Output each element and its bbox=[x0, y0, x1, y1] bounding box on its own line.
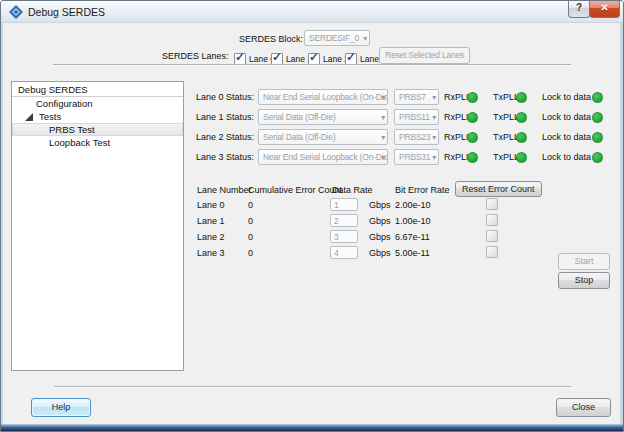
lane0-mode-value: Near End Serial Loopback (On-Die) bbox=[263, 92, 388, 102]
help-button[interactable]: Help bbox=[31, 398, 91, 417]
lane0-pattern-value: PRBS7 bbox=[399, 92, 426, 102]
data-rate-input[interactable] bbox=[330, 214, 358, 227]
table-row-lane2: Lane 2 0 Gbps 6.67e-11 bbox=[1, 229, 624, 245]
close-icon: ✕ bbox=[600, 2, 608, 13]
lane2-mode-select[interactable]: Serial Data (Off-Die)▾ bbox=[258, 129, 388, 145]
close-button[interactable]: Close bbox=[556, 398, 611, 417]
lane2-mode-value: Serial Data (Off-Die) bbox=[263, 132, 336, 142]
lane3-pattern-select[interactable]: PRBS31▾ bbox=[394, 149, 439, 165]
error-count-cell: 0 bbox=[248, 216, 253, 226]
lane1-mode-select[interactable]: Serial Data (Off-Die)▾ bbox=[258, 109, 388, 125]
caption-close-button[interactable]: ✕ bbox=[589, 0, 620, 18]
lane1-pattern-value: PRBS11 bbox=[399, 112, 430, 122]
gbps-label: Gbps bbox=[369, 248, 391, 258]
col-bit-error-rate: Bit Error Rate bbox=[395, 185, 450, 195]
data-rate-input[interactable] bbox=[330, 246, 358, 259]
chevron-down-icon: ▾ bbox=[432, 112, 436, 123]
stop-button[interactable]: Stop bbox=[558, 272, 610, 289]
lane1-pattern-select[interactable]: PRBS11▾ bbox=[394, 109, 439, 125]
lock-to-data-label: Lock to data bbox=[542, 92, 591, 102]
chevron-down-icon: ▾ bbox=[432, 92, 436, 103]
data-rate-input[interactable] bbox=[330, 230, 358, 243]
lane3-status-label: Lane 3 Status: bbox=[196, 152, 254, 162]
window-title: Debug SERDES bbox=[28, 6, 105, 18]
check-icon: ✓ bbox=[235, 50, 245, 64]
lock-to-data-label: Lock to data bbox=[542, 152, 591, 162]
window-left-border bbox=[1, 23, 3, 431]
serdes-block-select[interactable]: SERDESIF_0 ▾ bbox=[304, 30, 370, 46]
debug-serdes-dialog: Debug SERDES ? ✕ SERDES Block: SERDESIF_… bbox=[0, 0, 624, 432]
lane2-error-checkbox[interactable] bbox=[486, 230, 498, 242]
lane3-error-checkbox[interactable] bbox=[486, 246, 498, 258]
lane1-error-checkbox[interactable] bbox=[486, 214, 498, 226]
check-icon: ✓ bbox=[309, 50, 319, 64]
bottom-separator bbox=[54, 386, 571, 388]
check-icon: ✓ bbox=[346, 50, 356, 64]
lane3-mode-value: Near End Serial Loopback (On-Die) bbox=[263, 152, 388, 162]
window-right-border bbox=[620, 23, 623, 431]
ber-cell: 2.00e-10 bbox=[395, 200, 431, 210]
lane-cell: Lane 1 bbox=[197, 216, 225, 226]
gbps-label: Gbps bbox=[369, 200, 391, 210]
ber-cell: 1.00e-10 bbox=[395, 216, 431, 226]
txpll-led bbox=[516, 112, 527, 123]
lane2-status-row: Lane 2 Status: Serial Data (Off-Die)▾ PR… bbox=[1, 129, 624, 146]
lane0-pattern-select[interactable]: PRBS7▾ bbox=[394, 89, 439, 105]
lane-cell: Lane 3 bbox=[197, 248, 225, 258]
title-bar[interactable]: Debug SERDES ? ✕ bbox=[1, 1, 623, 23]
lock-to-data-led bbox=[592, 92, 603, 103]
col-data-rate: Data Rate bbox=[332, 185, 373, 195]
reset-error-count-button[interactable]: Reset Error Count bbox=[455, 181, 542, 197]
error-count-cell: 0 bbox=[248, 200, 253, 210]
lock-to-data-label: Lock to data bbox=[542, 112, 591, 122]
lane2-pattern-select[interactable]: PRBS23▾ bbox=[394, 129, 439, 145]
start-button[interactable]: Start bbox=[558, 253, 610, 270]
reset-selected-lanes-button[interactable]: Reset Selected Lanes bbox=[379, 47, 470, 64]
error-count-cell: 0 bbox=[248, 248, 253, 258]
rxpll-led bbox=[467, 92, 478, 103]
col-lane-number: Lane Number bbox=[197, 185, 252, 195]
lane1-status-row: Lane 1 Status: Serial Data (Off-Die)▾ PR… bbox=[1, 109, 624, 126]
lane0-checkbox[interactable]: ✓Lane 0 bbox=[234, 49, 275, 63]
check-icon: ✓ bbox=[272, 50, 282, 64]
col-cumulative-error-count: Cumulative Error Count bbox=[248, 185, 342, 195]
lane0-error-checkbox[interactable] bbox=[486, 198, 498, 210]
window-bottom-border bbox=[1, 424, 623, 431]
lane2-status-label: Lane 2 Status: bbox=[196, 132, 254, 142]
lane3-mode-select[interactable]: Near End Serial Loopback (On-Die)▾ bbox=[258, 149, 388, 165]
error-count-cell: 0 bbox=[248, 232, 253, 242]
txpll-led bbox=[516, 92, 527, 103]
gbps-label: Gbps bbox=[369, 232, 391, 242]
lane1-status-label: Lane 1 Status: bbox=[196, 112, 254, 122]
lane2-pattern-value: PRBS23 bbox=[399, 132, 430, 142]
chevron-down-icon: ▾ bbox=[381, 112, 385, 123]
top-separator bbox=[53, 64, 571, 66]
lock-to-data-led bbox=[592, 152, 603, 163]
caption-help-button[interactable]: ? bbox=[568, 0, 590, 18]
lane0-status-label: Lane 0 Status: bbox=[196, 92, 254, 102]
chevron-down-icon: ▾ bbox=[432, 132, 436, 143]
rxpll-led bbox=[467, 132, 478, 143]
lock-to-data-led bbox=[592, 112, 603, 123]
lane0-mode-select[interactable]: Near End Serial Loopback (On-Die)▾ bbox=[258, 89, 388, 105]
lock-to-data-led bbox=[592, 132, 603, 143]
question-icon: ? bbox=[576, 2, 582, 13]
rxpll-led bbox=[467, 152, 478, 163]
lane3-status-row: Lane 3 Status: Near End Serial Loopback … bbox=[1, 149, 624, 166]
gbps-label: Gbps bbox=[369, 216, 391, 226]
txpll-led bbox=[516, 152, 527, 163]
ber-cell: 5.00e-11 bbox=[395, 248, 430, 258]
chevron-down-icon: ▾ bbox=[381, 92, 385, 103]
lane2-checkbox[interactable]: ✓Lane 2 bbox=[308, 49, 349, 63]
ber-cell: 6.67e-11 bbox=[395, 232, 430, 242]
lane1-mode-value: Serial Data (Off-Die) bbox=[263, 112, 336, 122]
table-row-lane3: Lane 3 0 Gbps 5.00e-11 bbox=[1, 245, 624, 261]
app-icon bbox=[9, 5, 23, 19]
rxpll-led bbox=[467, 112, 478, 123]
lane-cell: Lane 0 bbox=[197, 200, 225, 210]
lane-cell: Lane 2 bbox=[197, 232, 225, 242]
lock-to-data-label: Lock to data bbox=[542, 132, 591, 142]
data-rate-input[interactable] bbox=[330, 198, 358, 211]
chevron-down-icon: ▾ bbox=[363, 33, 367, 44]
lane1-checkbox[interactable]: ✓Lane 1 bbox=[271, 49, 312, 63]
